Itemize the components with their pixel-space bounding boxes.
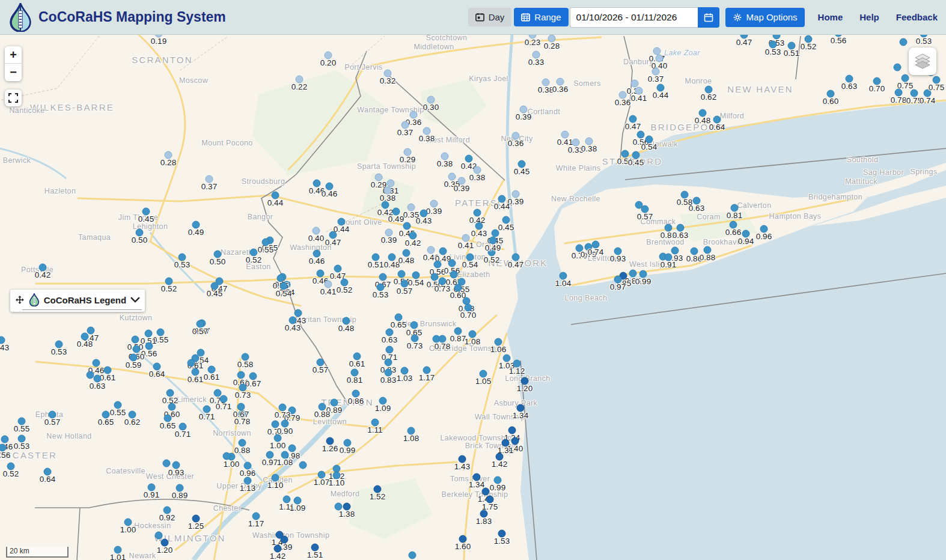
- station-point[interactable]: [585, 138, 593, 145]
- date-range-input[interactable]: [570, 7, 698, 28]
- station-point[interactable]: [279, 404, 287, 412]
- station-point[interactable]: [760, 225, 768, 233]
- station-point[interactable]: [148, 484, 156, 492]
- station-point[interactable]: [561, 131, 569, 139]
- station-point[interactable]: [520, 106, 528, 114]
- station-point[interactable]: [289, 317, 297, 324]
- station-point[interactable]: [334, 265, 342, 273]
- station-point[interactable]: [352, 390, 360, 398]
- station-point[interactable]: [220, 395, 228, 403]
- station-point[interactable]: [214, 251, 222, 258]
- station-point[interactable]: [846, 75, 853, 83]
- station-point[interactable]: [250, 249, 258, 257]
- station-point[interactable]: [474, 209, 481, 217]
- legend-panel[interactable]: CoCoRaHS Legend: [10, 290, 145, 312]
- station-point[interactable]: [494, 476, 502, 484]
- station-point[interactable]: [427, 96, 435, 104]
- station-point[interactable]: [318, 471, 326, 479]
- station-point[interactable]: [274, 434, 282, 442]
- station-point[interactable]: [377, 284, 385, 291]
- station-point[interactable]: [153, 363, 161, 371]
- station-point[interactable]: [132, 336, 139, 344]
- station-point[interactable]: [338, 218, 346, 226]
- station-point[interactable]: [161, 539, 169, 547]
- station-point[interactable]: [379, 273, 387, 281]
- station-point[interactable]: [458, 177, 466, 185]
- station-point[interactable]: [374, 485, 382, 493]
- station-point[interactable]: [343, 503, 351, 511]
- station-point[interactable]: [39, 264, 47, 272]
- station-point[interactable]: [427, 246, 435, 254]
- station-point[interactable]: [911, 90, 918, 97]
- date-picker-button[interactable]: [698, 7, 719, 28]
- station-point[interactable]: [379, 397, 387, 405]
- station-point[interactable]: [730, 221, 737, 229]
- station-point[interactable]: [130, 354, 138, 362]
- station-point[interactable]: [313, 180, 321, 187]
- station-point[interactable]: [454, 284, 462, 292]
- station-point[interactable]: [179, 254, 186, 261]
- station-point[interactable]: [274, 545, 282, 553]
- nav-home-link[interactable]: Home: [818, 12, 843, 22]
- station-point[interactable]: [407, 427, 415, 435]
- station-point[interactable]: [206, 175, 213, 183]
- station-point[interactable]: [572, 139, 580, 147]
- station-point[interactable]: [731, 204, 739, 212]
- station-point[interactable]: [395, 314, 403, 321]
- station-point[interactable]: [326, 183, 334, 190]
- station-point[interactable]: [325, 281, 332, 288]
- station-point[interactable]: [475, 222, 483, 230]
- station-point[interactable]: [87, 327, 95, 335]
- station-point[interactable]: [277, 275, 285, 282]
- nav-feedback-link[interactable]: Feedback: [896, 12, 938, 22]
- station-point[interactable]: [502, 439, 510, 447]
- station-point[interactable]: [401, 121, 409, 129]
- station-point[interactable]: [239, 410, 246, 418]
- station-point[interactable]: [439, 335, 447, 343]
- station-point[interactable]: [518, 160, 526, 168]
- station-point[interactable]: [614, 248, 622, 255]
- station-point[interactable]: [18, 418, 26, 425]
- station-point[interactable]: [249, 373, 257, 380]
- station-point[interactable]: [512, 132, 520, 140]
- station-point[interactable]: [401, 367, 409, 375]
- station-point[interactable]: [665, 254, 673, 261]
- station-point[interactable]: [237, 371, 245, 379]
- station-point[interactable]: [498, 195, 506, 203]
- station-point[interactable]: [239, 384, 247, 392]
- station-point[interactable]: [448, 260, 456, 267]
- station-point[interactable]: [288, 445, 296, 452]
- station-point[interactable]: [281, 451, 289, 459]
- station-point[interactable]: [272, 192, 279, 199]
- station-point[interactable]: [637, 131, 645, 139]
- station-point[interactable]: [145, 342, 153, 350]
- station-point[interactable]: [341, 279, 349, 287]
- station-point[interactable]: [480, 510, 488, 518]
- station-point[interactable]: [423, 367, 431, 374]
- station-point[interactable]: [619, 91, 627, 99]
- station-point[interactable]: [203, 406, 211, 413]
- station-point[interactable]: [411, 335, 419, 342]
- station-point[interactable]: [331, 399, 338, 407]
- station-point[interactable]: [511, 437, 519, 445]
- station-point[interactable]: [466, 254, 474, 261]
- station-point[interactable]: [635, 201, 643, 209]
- station-point[interactable]: [49, 411, 56, 419]
- station-point[interactable]: [517, 404, 525, 412]
- station-point[interactable]: [900, 38, 908, 46]
- station-point[interactable]: [252, 513, 260, 520]
- station-point[interactable]: [272, 421, 279, 428]
- station-point[interactable]: [401, 280, 409, 288]
- station-point[interactable]: [7, 463, 15, 470]
- station-point[interactable]: [827, 90, 835, 98]
- fullscreen-button[interactable]: [5, 90, 22, 106]
- station-point[interactable]: [548, 35, 556, 43]
- station-point[interactable]: [388, 254, 396, 261]
- station-point[interactable]: [805, 35, 813, 43]
- station-point[interactable]: [317, 359, 325, 367]
- station-point[interactable]: [382, 201, 389, 209]
- station-point[interactable]: [343, 317, 350, 325]
- station-point[interactable]: [223, 452, 231, 460]
- station-point[interactable]: [788, 42, 796, 50]
- station-point[interactable]: [313, 227, 320, 235]
